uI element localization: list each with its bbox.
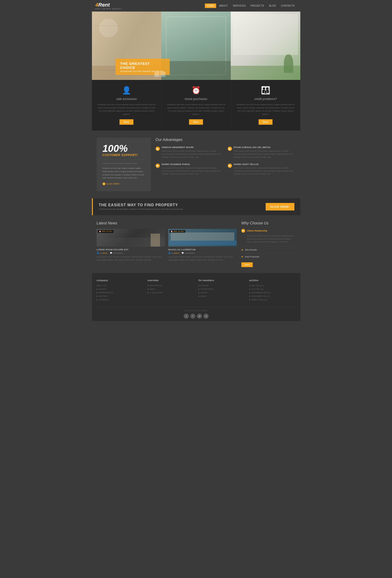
- social-rss[interactable]: +1: [203, 314, 209, 319]
- adv-bullet-3: ▶: [155, 164, 160, 168]
- footer-archive-title: archive: [249, 279, 295, 282]
- adv-heading-2: ETIAM CURSUS LEO VEL METUS: [234, 146, 295, 148]
- news-meta-2: 👤 by admin 💬 comments 0: [168, 252, 237, 254]
- footer-nov-2011[interactable]: ▸NOVEMBER 2011 (7): [249, 295, 295, 297]
- why-label-2: Best Proposals: [245, 255, 259, 258]
- footer-what-we-do[interactable]: ▸WHAT WE DO: [147, 285, 194, 287]
- nav-blog[interactable]: BLOG: [267, 3, 278, 8]
- footer-company-title: company: [97, 279, 143, 282]
- social-facebook[interactable]: f: [190, 314, 196, 319]
- header: 4Rent REAL ESTATE AGENCY HOME ABOUT SERV…: [92, 0, 300, 11]
- adv-heading-3: DONEC EUISMOD PURUS: [162, 163, 223, 165]
- news-section-title: Latest News: [97, 221, 237, 225]
- footer-copyright: © 2014 | PRIVACY POLICY: [97, 309, 295, 312]
- footer-forums[interactable]: ▸FORUMS: [198, 285, 245, 287]
- why-collapsed-2[interactable]: + Best Proposals: [241, 253, 295, 260]
- adv-text-4: Lorem ipsum dolor sit amet, consectetuer…: [234, 167, 295, 176]
- customer-support-box: 100% CUSTOMER SUPPORT! LOREM IPSUM DOLOR…: [97, 138, 151, 191]
- adv-item-1: ▶ AENEAN HENDRERIT MAURI Lorem ipsum dol…: [155, 146, 223, 159]
- sale-icon: 👤: [97, 86, 156, 95]
- footer-bottom: © 2014 | PRIVACY POLICY 𝕏 f ✉ +1: [97, 307, 295, 319]
- bottom-section: Latest News ⏰ MAR, 30 2012 LOREM IPSUM D…: [92, 215, 300, 273]
- nav-home[interactable]: HOME: [205, 3, 216, 8]
- footer-schedule[interactable]: ▸SCHEDULE: [97, 299, 143, 301]
- footer-news[interactable]: ▸NEWS: [147, 288, 194, 290]
- footer-clients[interactable]: ▸CLIENTS: [97, 288, 143, 290]
- credit-more-button[interactable]: More: [259, 119, 273, 125]
- home-text: Vestibulum quis felis ut enim aliquam ia…: [166, 103, 226, 116]
- why-collapsed-1[interactable]: + Elite Rentals: [241, 246, 295, 253]
- hero-panel-2: [161, 11, 231, 80]
- cta-title: THE EASIEST WAY TO FIND PROPERTY: [99, 203, 184, 207]
- footer-may-2011[interactable]: ▸MAY 2011 (31): [249, 285, 295, 287]
- footer-member-news[interactable]: ▸NEWS: [198, 295, 245, 297]
- why-label-1: Elite Rentals: [245, 249, 257, 251]
- cta-subtitle: LOREM IPSUM DOLOR SIT AMET, CONSECTETUER…: [99, 208, 184, 210]
- nav-services[interactable]: SERVICES: [231, 3, 247, 8]
- why-main-bullet: ▶: [241, 229, 245, 233]
- news-body-2: Lorem ipsum dolor sit amet, consectetuer…: [168, 255, 237, 262]
- logo: 4Rent REAL ESTATE AGENCY: [96, 2, 122, 10]
- clock-icon-2: ⏰: [171, 231, 173, 233]
- nav-projects[interactable]: PROJECTS: [249, 3, 266, 8]
- news-item-2: ⏰ MAR, 30 2012 MASSA AS LAORRETUM 👤 by a…: [168, 229, 237, 262]
- cta-button[interactable]: CLICK HERE!: [266, 203, 294, 210]
- credit-text: Vestibulum quis felis ut enim aliquam ia…: [236, 103, 295, 116]
- service-credit: 👨‍👩‍👧 credit problems? Vestibulum quis f…: [231, 80, 300, 131]
- adv-heading-1: AENEAN HENDRERIT MAURI: [162, 146, 223, 148]
- social-email[interactable]: ✉: [197, 314, 202, 319]
- author-link-2[interactable]: admin: [174, 252, 179, 254]
- hero-panel-3: [231, 11, 300, 80]
- service-sale: 👤 sale exclusives Vestibulum quis felis …: [92, 80, 161, 131]
- why-more-button[interactable]: More: [241, 262, 253, 267]
- adv-item-4: ▶ DONEC EGET TELLUS Lorem ipsum dolor si…: [228, 163, 295, 176]
- social-twitter[interactable]: 𝕏: [184, 314, 189, 319]
- advantages-grid: ▶ AENEAN HENDRERIT MAURI Lorem ipsum dol…: [155, 146, 295, 176]
- footer-promotions[interactable]: ▸PROMOTIONS: [198, 288, 245, 290]
- why-main-text: Lorem ipsum dolor sit amet, consectetuer…: [247, 235, 295, 243]
- footer-it-solutions[interactable]: ▸IT SOLUTIONS: [147, 291, 194, 294]
- author-link-1[interactable]: admin: [102, 252, 107, 254]
- support-link[interactable]: i CLICK HERE!: [102, 183, 145, 185]
- footer-sep-2011[interactable]: ▸SEPTEMBER 2011 (6): [249, 291, 295, 294]
- home-more-button[interactable]: More: [189, 119, 203, 125]
- adv-text-1: Lorem ipsum dolor sit amet, consectetuer…: [162, 150, 223, 159]
- why-choose: Why Choose Us ▶ Clients Relationship Lor…: [241, 221, 295, 267]
- nav-contacts[interactable]: CONTACTS: [279, 3, 296, 8]
- home-title: home purchases: [166, 97, 226, 101]
- adv-item-2: ▶ ETIAM CURSUS LEO VEL METUS Lorem ipsum…: [228, 146, 295, 159]
- why-main-header: ▶ Clients Relationship: [241, 229, 295, 233]
- comments-2: comments 0: [185, 252, 195, 254]
- advantages-title: Our Advantages: [155, 138, 295, 142]
- info-icon: i: [102, 183, 105, 185]
- sale-more-button[interactable]: More: [119, 119, 133, 125]
- footer-about[interactable]: ABOUT US: [97, 285, 143, 287]
- news-item-1: ⏰ MAR, 30 2012 LOREM IPSUM DOLORE EST 👤 …: [97, 229, 165, 262]
- adv-item-3: ▶ DONEC EUISMOD PURUS Lorem ipsum dolor …: [155, 163, 223, 176]
- adv-bullet-2: ▶: [228, 147, 232, 151]
- news-grid: ⏰ MAR, 30 2012 LOREM IPSUM DOLORE EST 👤 …: [97, 229, 237, 262]
- footer-presentation[interactable]: ▸PRESENTATION: [97, 291, 143, 294]
- news-date-2: MAR, 30 2012: [173, 231, 184, 232]
- support-body: Vivamus vel eros eget magna volutpat sag…: [102, 167, 145, 179]
- news-date-1: MAR, 30 2012: [102, 231, 112, 232]
- footer-jul-2011[interactable]: ▸JULY 2011 (9): [249, 288, 295, 290]
- support-percent: 100%: [102, 144, 145, 153]
- adv-bullet-4: ▶: [228, 164, 232, 168]
- footer: company ABOUT US ▸CLIENTS ▸PRESENTATION …: [92, 273, 300, 321]
- home-icon: ⏰: [166, 86, 226, 95]
- adv-bullet-1: ▶: [155, 147, 160, 151]
- advantages-section: 100% CUSTOMER SUPPORT! LOREM IPSUM DOLOR…: [92, 131, 300, 198]
- footer-mar-2012[interactable]: ▸MARCH 2012 (13): [249, 299, 295, 301]
- nav-about[interactable]: ABOUT: [217, 3, 230, 8]
- hero-section: THE GREATEST CHOICE ALIQUAM ERAT VOLUTPA…: [92, 11, 300, 80]
- hero-prev-arrow[interactable]: ‹: [154, 72, 160, 77]
- hero-next-arrow[interactable]: ›: [160, 72, 165, 77]
- user-icon-2: 👤: [168, 252, 171, 254]
- main-nav: HOME ABOUT SERVICES PROJECTS BLOG CONTAC…: [205, 3, 297, 8]
- news-img-2: ⏰ MAR, 30 2012: [168, 229, 237, 246]
- footer-sign-in[interactable]: ▸SIGN IN: [198, 291, 245, 294]
- support-label: CUSTOMER SUPPORT!: [102, 153, 145, 157]
- adv-heading-4: DONEC EGET TELLUS: [234, 163, 295, 165]
- footer-support[interactable]: ▸SUPPORT: [97, 295, 143, 297]
